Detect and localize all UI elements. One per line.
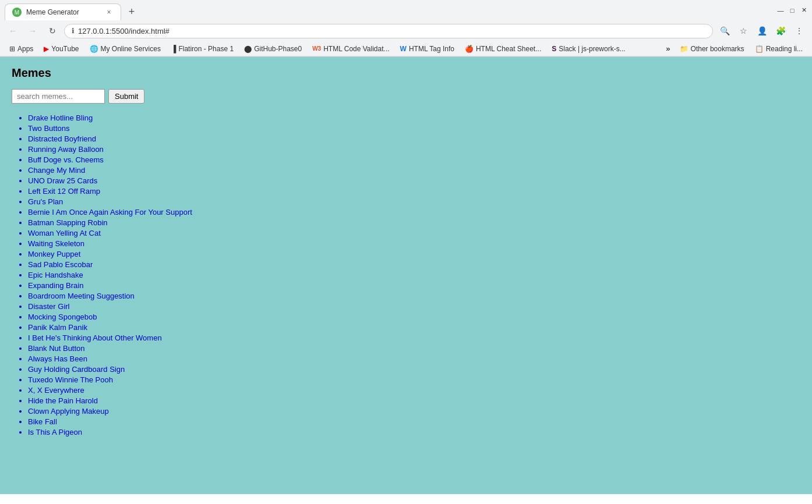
close-window-button[interactable]: ✕: [800, 7, 807, 14]
meme-link[interactable]: Panik Kalm Panik: [28, 323, 87, 332]
new-tab-button[interactable]: +: [123, 4, 140, 20]
tab-close-button[interactable]: ×: [104, 8, 114, 17]
list-item[interactable]: Drake Hotline Bling: [28, 113, 800, 122]
list-item[interactable]: Hide the Pain Harold: [28, 396, 800, 405]
meme-link[interactable]: Two Buttons: [28, 124, 70, 133]
list-item[interactable]: Bernie I Am Once Again Asking For Your S…: [28, 207, 800, 216]
list-item[interactable]: Clown Applying Makeup: [28, 406, 800, 416]
slack-icon: S: [552, 45, 556, 53]
list-item[interactable]: Panik Kalm Panik: [28, 322, 800, 332]
meme-link[interactable]: Clown Applying Makeup: [28, 407, 109, 416]
meme-link[interactable]: Buff Doge vs. Cheems: [28, 155, 104, 164]
list-item[interactable]: Gru's Plan: [28, 197, 800, 206]
list-item[interactable]: UNO Draw 25 Cards: [28, 176, 800, 185]
meme-link[interactable]: Waiting Skeleton: [28, 239, 84, 248]
bookmark-youtube[interactable]: ▶ YouTube: [39, 43, 83, 55]
list-item[interactable]: Woman Yelling At Cat: [28, 228, 800, 237]
submit-button[interactable]: Submit: [108, 89, 144, 104]
meme-link[interactable]: Mocking Spongebob: [28, 313, 97, 321]
meme-link[interactable]: Gru's Plan: [28, 197, 63, 206]
list-item[interactable]: Guy Holding Cardboard Sign: [28, 364, 800, 374]
bookmark-github-label: GitHub-Phase0: [254, 45, 302, 53]
meme-link[interactable]: Running Away Balloon: [28, 145, 104, 154]
meme-link[interactable]: Disaster Girl: [28, 302, 70, 311]
list-item[interactable]: X, X Everywhere: [28, 385, 800, 395]
list-item[interactable]: Distracted Boyfriend: [28, 134, 800, 143]
bookmark-apps[interactable]: ⊞ Apps: [5, 43, 38, 55]
list-item[interactable]: Buff Doge vs. Cheems: [28, 155, 800, 164]
address-bar[interactable]: ℹ 127.0.0.1:5500/index.html#: [64, 24, 713, 38]
bookmarks-more-button[interactable]: »: [662, 42, 673, 55]
meme-link[interactable]: Boardroom Meeting Suggestion: [28, 292, 135, 300]
meme-link[interactable]: Blank Nut Button: [28, 344, 85, 353]
minimize-button[interactable]: —: [777, 7, 784, 14]
bookmark-reading-list[interactable]: 📋 Reading li...: [750, 43, 807, 55]
profile-icon[interactable]: 👤: [754, 23, 770, 39]
bookmark-html-tag[interactable]: W HTML Tag Info: [396, 43, 459, 55]
meme-link[interactable]: Bernie I Am Once Again Asking For Your S…: [28, 208, 192, 216]
bookmark-html-cheat-sheet[interactable]: 🍎 HTML Cheat Sheet...: [460, 43, 546, 55]
list-item[interactable]: Expanding Brain: [28, 281, 800, 290]
reading-list-icon: 📋: [755, 45, 764, 53]
menu-icon[interactable]: ⋮: [791, 23, 807, 39]
list-item[interactable]: Tuxedo Winnie The Pooh: [28, 375, 800, 384]
bookmark-html-validate[interactable]: W3 HTML Code Validat...: [308, 43, 394, 55]
active-tab[interactable]: M Meme Generator ×: [5, 3, 121, 20]
bookmark-apps-label: Apps: [17, 45, 33, 53]
list-item[interactable]: Two Buttons: [28, 123, 800, 133]
list-item[interactable]: Left Exit 12 Off Ramp: [28, 186, 800, 196]
list-item[interactable]: Monkey Puppet: [28, 249, 800, 258]
bookmark-star-icon[interactable]: ☆: [735, 23, 751, 39]
back-button[interactable]: ←: [5, 23, 21, 39]
refresh-button[interactable]: ↻: [44, 23, 61, 39]
list-item[interactable]: Waiting Skeleton: [28, 239, 800, 248]
cheat-sheet-icon: 🍎: [465, 45, 474, 53]
list-item[interactable]: Is This A Pigeon: [28, 427, 800, 436]
meme-link[interactable]: UNO Draw 25 Cards: [28, 176, 97, 185]
meme-link[interactable]: Monkey Puppet: [28, 250, 80, 258]
meme-link[interactable]: Epic Handshake: [28, 271, 83, 279]
bookmarks-bar: ⊞ Apps ▶ YouTube 🌐 My Online Services ▐ …: [0, 41, 812, 56]
meme-link[interactable]: Distracted Boyfriend: [28, 134, 96, 143]
meme-link[interactable]: Sad Pablo Escobar: [28, 260, 93, 269]
bookmark-flatiron[interactable]: ▐ Flatiron - Phase 1: [167, 43, 238, 55]
list-item[interactable]: Running Away Balloon: [28, 144, 800, 154]
meme-link[interactable]: Woman Yelling At Cat: [28, 229, 101, 237]
extensions-icon[interactable]: 🧩: [772, 23, 789, 39]
meme-link[interactable]: X, X Everywhere: [28, 386, 84, 395]
meme-link[interactable]: Batman Slapping Robin: [28, 218, 108, 227]
maximize-button[interactable]: □: [789, 7, 796, 14]
meme-link[interactable]: Guy Holding Cardboard Sign: [28, 365, 125, 374]
meme-link[interactable]: Always Has Been: [28, 354, 87, 363]
bookmark-github[interactable]: ⬤ GitHub-Phase0: [239, 43, 306, 55]
html-tag-icon: W: [400, 45, 407, 53]
list-item[interactable]: Disaster Girl: [28, 301, 800, 311]
forward-button[interactable]: →: [24, 23, 41, 39]
meme-link[interactable]: Bike Fall: [28, 417, 57, 426]
bookmark-slack[interactable]: S Slack | js-prework-s...: [547, 43, 630, 55]
bookmark-my-online-services[interactable]: 🌐 My Online Services: [85, 43, 165, 55]
meme-link[interactable]: Drake Hotline Bling: [28, 113, 93, 122]
list-item[interactable]: Bike Fall: [28, 417, 800, 426]
list-item[interactable]: Batman Slapping Robin: [28, 218, 800, 227]
folder-icon: 📁: [680, 45, 689, 53]
meme-link[interactable]: Change My Mind: [28, 166, 85, 175]
meme-link[interactable]: Is This A Pigeon: [28, 428, 82, 436]
meme-link[interactable]: Expanding Brain: [28, 281, 83, 290]
meme-link[interactable]: I Bet He's Thinking About Other Women: [28, 333, 162, 342]
list-item[interactable]: Blank Nut Button: [28, 343, 800, 353]
list-item[interactable]: I Bet He's Thinking About Other Women: [28, 333, 800, 342]
list-item[interactable]: Change My Mind: [28, 165, 800, 175]
search-icon[interactable]: 🔍: [716, 23, 733, 39]
list-item[interactable]: Mocking Spongebob: [28, 312, 800, 321]
search-input[interactable]: [12, 89, 105, 104]
list-item[interactable]: Sad Pablo Escobar: [28, 260, 800, 269]
list-item[interactable]: Epic Handshake: [28, 270, 800, 279]
bookmark-other[interactable]: 📁 Other bookmarks: [675, 43, 749, 55]
meme-link[interactable]: Hide the Pain Harold: [28, 396, 98, 405]
meme-link[interactable]: Left Exit 12 Off Ramp: [28, 187, 100, 196]
meme-link[interactable]: Tuxedo Winnie The Pooh: [28, 375, 113, 384]
w3-icon: W3: [312, 45, 321, 52]
list-item[interactable]: Boardroom Meeting Suggestion: [28, 291, 800, 300]
list-item[interactable]: Always Has Been: [28, 354, 800, 363]
